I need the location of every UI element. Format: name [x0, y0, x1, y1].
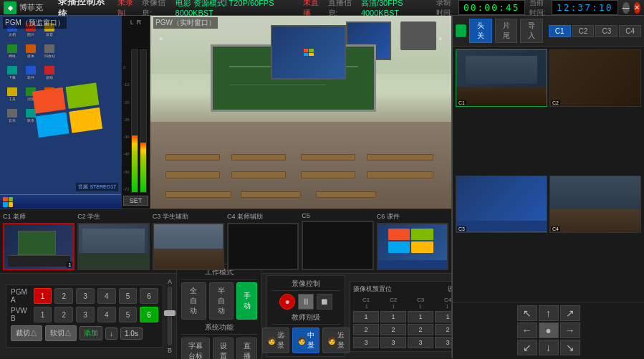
rec-info-value: 电影 资源模式I T20P/60FPS 8000KBST [176, 0, 295, 17]
vu-fill-left [132, 135, 138, 192]
cam-preset-3-1[interactable]: 1 [408, 311, 433, 322]
thumb-c1-video[interactable]: 1 [3, 223, 75, 270]
right-cam-thumb-3[interactable]: C3 [456, 176, 547, 233]
right-top-bar: 头关 片尾 导入 C1 C2 C3 C4 [453, 16, 644, 47]
right-cam-thumb-1[interactable]: C1 [456, 49, 547, 107]
vu-scale: 0 -12 -20 -28 -36 -48 -60 -72 [123, 64, 130, 193]
full-auto-button[interactable]: 全自动 [181, 282, 206, 320]
tab-touguan[interactable]: 头关 [469, 19, 491, 43]
main-area: PGM（预监窗口） 文档 图片 设置 网络 媒体 回收站 下载 软件 [0, 16, 644, 358]
tab-daoru[interactable]: 导入 [520, 19, 542, 43]
right-record-button[interactable] [456, 24, 466, 37]
thumb-c2-label: C2 学生 [77, 212, 100, 221]
pgw-panel: PGW（实时窗口） [150, 16, 451, 209]
person-icon-close: 🧑 [327, 337, 336, 345]
ptz-right[interactable]: → [560, 322, 580, 338]
cam-c4-tab[interactable]: C4 [619, 25, 641, 37]
win-quad-yellow [69, 107, 102, 133]
cam-preset-2-2[interactable]: 2 [380, 324, 406, 335]
desktop-icon: 媒体 [23, 43, 39, 59]
cam-preset-3-3[interactable]: 3 [408, 337, 433, 348]
manual-button[interactable]: 手动 [236, 282, 257, 320]
pgm-btn-5[interactable]: 5 [119, 288, 138, 304]
thumb-c2-video[interactable] [77, 223, 149, 270]
cam-c3-tab[interactable]: C3 [595, 25, 617, 37]
semi-auto-button[interactable]: 半自动 [209, 282, 234, 320]
desktop-icon: 网络 [4, 43, 20, 59]
thumb-c6-video[interactable] [377, 223, 448, 270]
fader-thumb[interactable] [164, 310, 176, 316]
right-cam-thumb-2[interactable]: C2 [549, 49, 641, 107]
pgw-video: ■ ■ [150, 16, 451, 209]
fader-track[interactable] [168, 287, 172, 345]
close-shot-button[interactable]: 🧑 近景 [322, 327, 350, 353]
ptz-up-left[interactable]: ↖ [517, 305, 537, 321]
right-cam-bg-1 [456, 50, 547, 106]
desktop-taskbar [0, 194, 121, 209]
close-button[interactable]: ✕ [634, 2, 640, 14]
far-button[interactable]: 🧑 远景 [262, 327, 289, 353]
cam-preset-2-3[interactable]: 3 [380, 337, 406, 348]
cam-preset-3-2[interactable]: 2 [408, 324, 433, 335]
pvw-btn-4[interactable]: 4 [97, 307, 116, 322]
thumb-c4-video[interactable] [227, 223, 299, 270]
pvw-btn-6[interactable]: 6 [140, 307, 158, 322]
ptz-down-left[interactable]: ↙ [517, 340, 537, 355]
pgm-btn-2[interactable]: 2 [54, 288, 73, 304]
tab-pianwei[interactable]: 片尾 [495, 19, 517, 43]
desktop-icon: 回收站 [42, 43, 57, 59]
scene-stop-button[interactable]: ⏹ [317, 294, 332, 310]
cam-header-c2: C2 [380, 297, 406, 303]
pgm-btn-3[interactable]: 3 [76, 288, 95, 304]
download-button[interactable]: ↓ [105, 327, 117, 340]
pvw-btn-1[interactable]: 1 [34, 307, 52, 322]
ptz-up[interactable]: ↑ [539, 305, 559, 321]
cam-grid-row3: 3 3 3 3 [353, 337, 461, 348]
cam-grid-sub: 1111 [353, 303, 461, 310]
fader-area: A B [168, 278, 172, 354]
cam-preset-1-3[interactable]: 3 [353, 337, 379, 348]
thumb-c5-video[interactable] [302, 221, 373, 270]
cam-grid-row1: 1 1 1 1 [353, 311, 461, 322]
settings-button[interactable]: 设置 [213, 338, 234, 359]
minimize-button[interactable]: — [623, 2, 630, 14]
cur-time-label: 当前时间: [529, 0, 547, 18]
ptz-center[interactable]: ● [539, 322, 559, 338]
thumb-c3-label: C3 学生辅助 [153, 212, 188, 221]
scene-record-button[interactable]: ● [279, 294, 295, 310]
add-button[interactable]: 添加 [80, 326, 102, 340]
ptz-down-right[interactable]: ↘ [560, 340, 580, 355]
right-cam-thumb-4[interactable]: C4 [549, 176, 641, 233]
person-icon-mid: 🧑 [297, 337, 306, 345]
cam-preset-2-1[interactable]: 1 [380, 311, 406, 322]
pvw-btn-3[interactable]: 3 [76, 307, 95, 322]
thumb-c4-label: C4 老师辅助 [227, 212, 263, 221]
thumb-c1: C1 老师 1 [3, 212, 75, 270]
vu-set-button[interactable]: SET [123, 196, 148, 206]
pvw-btn-2[interactable]: 2 [54, 307, 73, 322]
cam-preset-1-2[interactable]: 2 [353, 324, 379, 335]
scene-pause-button[interactable]: ⏸ [298, 294, 314, 310]
vu-r: R [137, 19, 142, 26]
cut-button[interactable]: 裁切△ [11, 325, 42, 341]
middle-button[interactable]: 🧑 中景 [292, 327, 319, 353]
cam-preset-1-1[interactable]: 1 [353, 311, 379, 322]
left-section: PGM（预监窗口） 文档 图片 设置 网络 媒体 回收站 下载 软件 [0, 16, 451, 358]
switcher-actions-row: 裁切△ 软切△ 添加 ↓ 1.0s [11, 325, 158, 341]
ptz-left[interactable]: ← [517, 322, 537, 338]
pvw-btn-5[interactable]: 5 [119, 307, 138, 322]
classroom-floor [150, 122, 451, 209]
thumb-c3-video[interactable] [153, 223, 224, 270]
soft-cut-button[interactable]: 软切△ [45, 325, 77, 341]
cam-c2-tab[interactable]: C2 [572, 25, 595, 37]
win-quad-blue [35, 112, 69, 138]
pgm-btn-6[interactable]: 6 [140, 288, 158, 304]
ptz-down[interactable]: ↓ [539, 340, 559, 355]
ptz-up-right[interactable]: ↗ [560, 305, 580, 321]
cam-c1-tab[interactable]: C1 [549, 25, 571, 37]
live-button[interactable]: 直播 [236, 338, 257, 359]
pgm-btn-1[interactable]: 1 [34, 288, 52, 304]
duration-button[interactable]: 1.0s [120, 327, 143, 340]
subtitle-button[interactable]: 字幕台标 [181, 338, 210, 359]
pgm-btn-4[interactable]: 4 [97, 288, 116, 304]
